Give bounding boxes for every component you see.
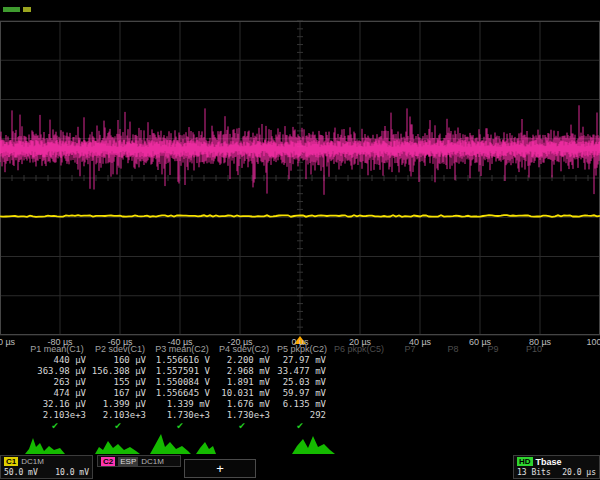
measure-value (432, 355, 474, 366)
measure-value (330, 377, 388, 388)
measure-value: 32.16 µV (24, 399, 90, 410)
table-row: 440 µV160 µV1.556616 V2.200 mV27.97 mV (24, 355, 556, 366)
measure-status-check (512, 421, 556, 432)
measure-value: 1.557591 V (150, 366, 214, 377)
measure-header-p8[interactable]: P8 (432, 344, 474, 355)
channel-c1-descriptor[interactable]: C1 DC1M 50.0 mV 10.0 mV (0, 455, 93, 479)
measure-value (512, 377, 556, 388)
measure-status-check: ✔ (150, 421, 214, 432)
measure-status-check: ✔ (274, 421, 330, 432)
c1-coupling-label: DC1M (21, 457, 44, 466)
histicon (25, 438, 65, 454)
measure-header-p9[interactable]: P9 (474, 344, 512, 355)
c2-badge[interactable]: C2 (101, 457, 115, 466)
measure-value (432, 410, 474, 421)
measure-header-p1[interactable]: P1 mean(C1) (24, 344, 90, 355)
measure-value (432, 399, 474, 410)
measure-value (512, 399, 556, 410)
measure-value: 160 µV (90, 355, 150, 366)
measure-value (330, 355, 388, 366)
measure-header-p2[interactable]: P2 sdev(C1) (90, 344, 150, 355)
c1-badge[interactable]: C1 (4, 457, 18, 466)
measure-value (512, 410, 556, 421)
table-row: 363.98 µV156.308 µV1.557591 V2.968 mV33.… (24, 366, 556, 377)
plus-icon: + (216, 461, 224, 476)
measure-value (388, 410, 432, 421)
measure-value (474, 388, 512, 399)
measure-value: 1.730e+3 (150, 410, 214, 421)
measure-value: 1.550084 V (150, 377, 214, 388)
channel-c2-descriptor[interactable]: C2 ESP DC1M (97, 455, 181, 467)
measure-value (432, 366, 474, 377)
measure-value (388, 399, 432, 410)
measure-value: 1.399 µV (90, 399, 150, 410)
measure-value: 2.103e+3 (90, 410, 150, 421)
measure-value (432, 388, 474, 399)
measure-histicons (25, 434, 335, 454)
measure-value: 2.200 mV (214, 355, 274, 366)
measure-value (388, 388, 432, 399)
measure-value: 440 µV (24, 355, 90, 366)
measure-header-p4[interactable]: P4 sdev(C2) (214, 344, 274, 355)
measure-value (474, 366, 512, 377)
table-row: 32.16 µV1.399 µV1.339 mV1.676 mV6.135 mV (24, 399, 556, 410)
measure-status-check: ✔ (24, 421, 90, 432)
measure-value (330, 410, 388, 421)
measure-value (388, 355, 432, 366)
time-tick-label: -100 µs (0, 337, 15, 347)
measure-status-check (330, 421, 388, 432)
measure-header-p5[interactable]: P5 pkpk(C2) (274, 344, 330, 355)
measure-header-p3[interactable]: P3 mean(C2) (150, 344, 214, 355)
measure-value: 27.97 mV (274, 355, 330, 366)
histicon (150, 434, 191, 454)
measure-value: 1.676 mV (214, 399, 274, 410)
c2-tag: ESP (118, 457, 138, 466)
measurement-table: P1 mean(C1)P2 sdev(C1)P3 mean(C2)P4 sdev… (24, 344, 556, 432)
measure-value (330, 388, 388, 399)
measure-value (432, 377, 474, 388)
measure-value (388, 377, 432, 388)
table-row: 2.103e+32.103e+31.730e+31.730e+3292 (24, 410, 556, 421)
c1-offset: 10.0 mV (55, 468, 89, 477)
timebase-descriptor[interactable]: HD Tbase 13 Bits 20.0 µs (513, 455, 600, 479)
measure-status-check (388, 421, 432, 432)
measure-value: 1.730e+3 (214, 410, 274, 421)
measure-value: 474 µV (24, 388, 90, 399)
measure-value (512, 366, 556, 377)
measure-value: 33.477 mV (274, 366, 330, 377)
measure-value: 1.339 mV (150, 399, 214, 410)
measure-value: 1.556616 V (150, 355, 214, 366)
time-tick-label: 100 µs (586, 337, 600, 347)
measure-value: 263 µV (24, 377, 90, 388)
oscilloscope-screen: -100 µs-80 µs-60 µs-40 µs-20 µs0 µs20 µs… (0, 0, 600, 480)
measure-value (474, 399, 512, 410)
add-label-button[interactable]: + (184, 459, 256, 478)
c1-vertical-scale: 50.0 mV (4, 468, 38, 477)
measure-value: 10.031 mV (214, 388, 274, 399)
measure-header-p6[interactable]: P6 pkpk(C5) (330, 344, 388, 355)
measure-value: 363.98 µV (24, 366, 90, 377)
measure-header-p7[interactable]: P7 (388, 344, 432, 355)
measure-value: 2.103e+3 (24, 410, 90, 421)
measure-value: 6.135 mV (274, 399, 330, 410)
timebase-scale: 20.0 µs (562, 468, 596, 477)
table-row: 263 µV155 µV1.550084 V1.891 mV25.03 mV (24, 377, 556, 388)
table-row: ✔✔✔✔✔ (24, 421, 556, 432)
status-indicator-icon (23, 7, 31, 12)
table-row: 474 µV167 µV1.556645 V10.031 mV59.97 mV (24, 388, 556, 399)
measure-value: 2.968 mV (214, 366, 274, 377)
measure-value (512, 355, 556, 366)
histicon (196, 442, 216, 454)
measure-value (474, 377, 512, 388)
measure-value: 292 (274, 410, 330, 421)
measure-value: 167 µV (90, 388, 150, 399)
measure-value: 25.03 mV (274, 377, 330, 388)
measure-value (474, 410, 512, 421)
measure-status-check (432, 421, 474, 432)
measure-value: 1.556645 V (150, 388, 214, 399)
table-row: P1 mean(C1)P2 sdev(C1)P3 mean(C2)P4 sdev… (24, 344, 556, 355)
hd-badge: HD (517, 457, 533, 466)
measure-header-p10[interactable]: P10 (512, 344, 556, 355)
status-indicator-icon (3, 7, 20, 12)
measure-status-check: ✔ (214, 421, 274, 432)
